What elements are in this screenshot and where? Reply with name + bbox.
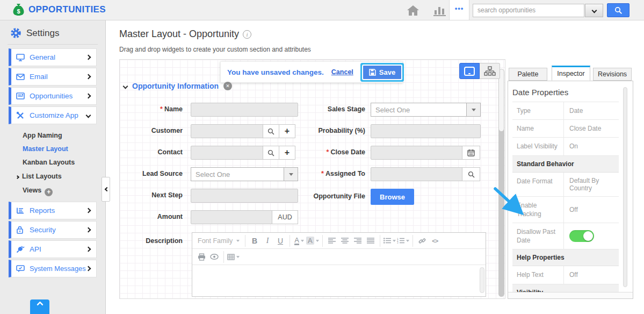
sidebar-item-general[interactable]: General [9,48,97,66]
select-suffix[interactable] [284,168,298,181]
description-label: Description [122,237,183,245]
scroll-to-top-button[interactable] [30,299,49,314]
canvas-scrollbar[interactable] [498,69,504,297]
page-subtitle: Drag and drop widgets to create your cus… [119,46,311,53]
sidebar-item-system-messages[interactable]: System Messages [9,260,97,277]
sitemap-icon [484,66,496,76]
inspector-scrollbar-thumb[interactable] [623,87,627,287]
sidebar-item-api[interactable]: API [9,240,97,258]
insert-link-button[interactable] [416,234,428,247]
browse-button[interactable]: Browse [371,189,414,205]
sidebar-item-label: Email [30,73,48,81]
sidebar-subitem-master-layout[interactable]: Master Layout [23,145,68,153]
customer-search-button[interactable] [263,124,279,138]
label-text: Name [164,105,183,113]
ellipsis-icon: ••• [455,4,464,12]
highlight-color-icon: A [306,237,314,245]
sidebar-subitem-kanban-layouts[interactable]: Kanban Layouts [23,159,75,166]
property-row-help-text: Help Text Off [512,266,619,284]
sidebar-collapse-handle[interactable] [102,177,110,202]
description-textarea[interactable] [192,265,486,296]
print-icon [198,253,206,261]
tools-icon [16,111,25,119]
customer-lookup-group: + [191,124,295,138]
report-icon [16,207,25,214]
assigned-to-search-button[interactable] [462,167,480,181]
search-input[interactable] [473,4,584,17]
contact-input[interactable] [191,146,263,160]
align-right-button[interactable] [352,234,364,247]
section-remove-icon[interactable]: ✕ [223,82,232,90]
amount-input[interactable] [191,210,272,224]
print-button[interactable] [196,251,207,263]
contact-add-button[interactable]: + [279,146,295,160]
font-color-icon: A [294,237,299,245]
plus-circle-icon[interactable]: + [45,188,53,196]
align-left-button[interactable] [326,234,338,247]
section-collapse-icon[interactable] [123,83,128,89]
editor-scrollbar-thumb[interactable] [480,267,484,293]
sidebar-subitem-views[interactable]: Views+ [23,187,53,196]
editor-toolbar-row-2 [192,249,486,265]
italic-button[interactable]: I [262,234,273,247]
highlight-color-button[interactable]: A [306,234,319,247]
lead-source-select[interactable]: Select One [191,167,298,181]
bar-chart-icon[interactable] [433,5,447,16]
probability-input[interactable] [371,124,481,138]
code-view-button[interactable]: <> [429,234,441,247]
assigned-to-input[interactable] [371,167,462,181]
bold-button[interactable]: B [249,234,261,247]
align-center-button[interactable] [339,234,351,247]
property-value: Off [564,266,619,283]
search-icon [267,149,274,156]
customer-input[interactable] [191,124,263,138]
customer-add-button[interactable]: + [279,124,295,138]
align-justify-button[interactable] [365,234,377,247]
cancel-link[interactable]: Cancel [331,68,353,76]
sidebar-subitem-app-naming[interactable]: App Naming [23,132,62,139]
tab-inspector[interactable]: Inspector [552,66,590,81]
font-family-dropdown[interactable]: Font Family [196,234,242,247]
insert-table-button[interactable] [227,251,240,263]
tab-revisions[interactable]: Revisions [593,68,632,81]
contact-search-button[interactable] [263,146,279,160]
underline-button[interactable]: U [274,234,286,247]
numbered-list-button[interactable]: 123 [397,234,409,247]
calendar-button[interactable] [462,146,480,160]
next-step-input[interactable] [191,189,298,203]
search-submit-button[interactable] [607,3,629,17]
section-title[interactable]: Opportunity Information [132,82,219,90]
sidebar-item-customize-app[interactable]: Customize App [9,106,97,124]
chevron-up-icon [37,301,44,308]
search-scope-dropdown-button[interactable] [585,4,603,17]
home-icon[interactable] [407,5,419,16]
link-icon [418,237,426,245]
sales-stage-select[interactable]: Select One [371,103,481,117]
sitemap-view-button[interactable] [480,63,500,79]
desktop-view-button[interactable] [459,63,480,79]
tab-palette[interactable]: Palette [509,68,547,81]
align-justify-icon [367,238,374,244]
select-suffix[interactable] [466,103,480,116]
bullet-list-button[interactable] [383,234,396,247]
sidebar-item-opportunities[interactable]: Opportunities [9,87,97,105]
sidebar-subitem-list-layouts[interactable]: List Layouts [16,173,62,180]
font-color-button[interactable]: A [293,234,305,247]
section-help-properties: Help Properties [512,249,619,266]
save-button[interactable]: Save [363,66,401,79]
close-date-input[interactable] [371,146,462,160]
property-row-name: Name Close Date [512,120,619,138]
info-icon[interactable]: i [243,30,251,39]
sidebar-item-reports[interactable]: Reports [9,202,97,219]
sidebar-item-security[interactable]: Security [9,221,97,239]
preview-button[interactable] [208,251,220,263]
unsaved-message: You have unsaved changes. [227,68,324,76]
unsaved-changes-banner: You have unsaved changes. Cancel Save [220,61,403,83]
chevron-right-icon [16,175,19,179]
disallow-past-date-toggle[interactable] [569,230,594,242]
property-value: On [564,138,619,155]
more-menu-button[interactable]: ••• [449,0,469,20]
sidebar-item-email[interactable]: Email [9,68,97,85]
name-input[interactable] [191,103,298,117]
money-bag-icon: $ [13,3,24,16]
